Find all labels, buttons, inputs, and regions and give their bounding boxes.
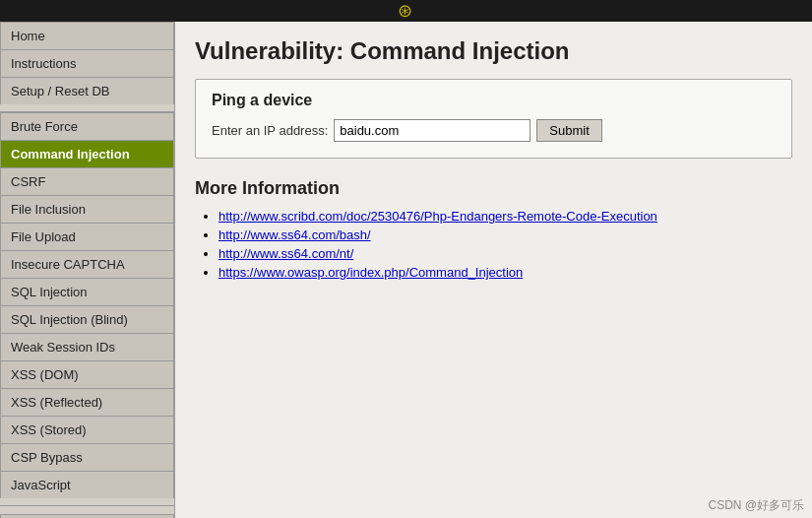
sidebar-item-weak-session-ids[interactable]: Weak Session IDs <box>0 333 174 360</box>
list-item: http://www.ss64.com/nt/ <box>219 246 792 261</box>
ping-form: Enter an IP address: Submit <box>212 119 776 142</box>
sidebar-item-instructions[interactable]: Instructions <box>0 49 174 77</box>
more-info-links: http://www.scribd.com/doc/2530476/Php-En… <box>219 209 792 280</box>
ping-input[interactable] <box>334 119 531 142</box>
sidebar-item-home[interactable]: Home <box>0 22 174 49</box>
sidebar-top-nav: Home Instructions Setup / Reset DB <box>0 22 174 104</box>
more-info-link-3[interactable]: http://www.ss64.com/nt/ <box>219 246 353 261</box>
main-content: Vulnerability: Command Injection Ping a … <box>175 22 812 518</box>
sidebar-item-sql-injection-blind[interactable]: SQL Injection (Blind) <box>0 305 174 333</box>
page-title: Vulnerability: Command Injection <box>195 37 792 65</box>
list-item: http://www.ss64.com/bash/ <box>219 227 792 242</box>
logo-icon: ⊛ <box>398 0 414 22</box>
ping-box-title: Ping a device <box>212 92 776 109</box>
ping-label: Enter an IP address: <box>212 123 328 138</box>
watermark: CSDN @好多可乐 <box>708 497 804 514</box>
sidebar: Home Instructions Setup / Reset DB Brute… <box>0 22 175 518</box>
sidebar-item-xss-dom[interactable]: XSS (DOM) <box>0 360 174 388</box>
sidebar-item-setup-reset-db[interactable]: Setup / Reset DB <box>0 77 174 104</box>
sidebar-item-brute-force[interactable]: Brute Force <box>0 112 174 140</box>
list-item: https://www.owasp.org/index.php/Command_… <box>219 265 792 280</box>
list-item: http://www.scribd.com/doc/2530476/Php-En… <box>219 209 792 224</box>
sidebar-item-dvwa-security[interactable]: DVWA Security <box>0 514 174 518</box>
ping-box: Ping a device Enter an IP address: Submi… <box>195 79 792 159</box>
sidebar-item-xss-reflected[interactable]: XSS (Reflected) <box>0 388 174 416</box>
sidebar-vuln-nav: Brute Force Command Injection CSRF File … <box>0 112 174 498</box>
sidebar-item-sql-injection[interactable]: SQL Injection <box>0 278 174 305</box>
more-info-title: More Information <box>195 178 792 199</box>
more-info-link-1[interactable]: http://www.scribd.com/doc/2530476/Php-En… <box>219 209 657 224</box>
sidebar-item-csrf[interactable]: CSRF <box>0 167 174 195</box>
sidebar-gap-2 <box>0 498 174 506</box>
more-info-link-4[interactable]: https://www.owasp.org/index.php/Command_… <box>219 265 523 280</box>
sidebar-item-csp-bypass[interactable]: CSP Bypass <box>0 443 174 471</box>
sidebar-bottom-nav: DVWA Security PHP Info <box>0 514 174 518</box>
sidebar-item-xss-stored[interactable]: XSS (Stored) <box>0 416 174 443</box>
sidebar-item-file-inclusion[interactable]: File Inclusion <box>0 195 174 223</box>
sidebar-item-insecure-captcha[interactable]: Insecure CAPTCHA <box>0 250 174 278</box>
main-layout: Home Instructions Setup / Reset DB Brute… <box>0 22 812 518</box>
sidebar-item-command-injection[interactable]: Command Injection <box>0 140 174 167</box>
top-bar: ⊛ <box>0 0 812 22</box>
more-info-section: More Information http://www.scribd.com/d… <box>195 178 792 280</box>
sidebar-item-javascript[interactable]: JavaScript <box>0 471 174 498</box>
sidebar-gap-1 <box>0 104 174 112</box>
submit-button[interactable]: Submit <box>536 119 601 142</box>
sidebar-item-file-upload[interactable]: File Upload <box>0 223 174 250</box>
more-info-link-2[interactable]: http://www.ss64.com/bash/ <box>219 227 371 242</box>
